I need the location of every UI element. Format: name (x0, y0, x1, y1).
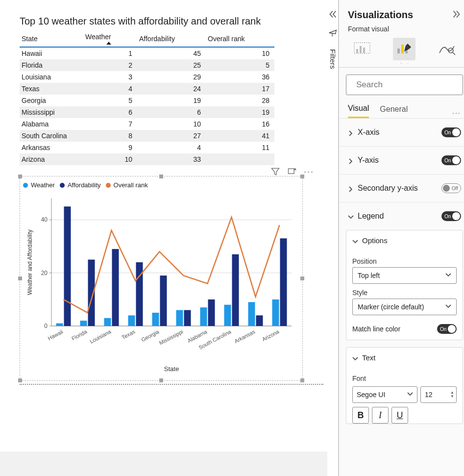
bar[interactable] (136, 262, 143, 326)
bookmark-icon[interactable] (327, 27, 338, 38)
bar[interactable] (152, 313, 159, 326)
legend-swatch (60, 183, 65, 188)
resize-handle-bl[interactable] (18, 378, 22, 382)
card-y-axis[interactable]: Y-axis On (339, 146, 464, 174)
data-table[interactable]: State Weather Affordability Overall rank… (20, 31, 274, 165)
combo-chart[interactable]: 02040HawaiiFloridaLouisianaTexasGeorgiaM… (22, 189, 299, 375)
filters-label[interactable]: Filters (329, 46, 337, 69)
tab-general[interactable]: General (380, 105, 408, 118)
card-secondary-y-axis[interactable]: Secondary y-axis Off (339, 174, 464, 202)
table-row[interactable]: Georgia51928 (20, 95, 274, 106)
bar[interactable] (128, 315, 135, 326)
table-row[interactable]: Arkansas9411 (20, 142, 274, 153)
sort-ascending-icon (106, 42, 111, 45)
table-row[interactable]: Mississippi6619 (20, 106, 274, 118)
cell-affordability: 27 (137, 130, 206, 142)
resize-handle-mr[interactable] (300, 276, 304, 280)
bold-button[interactable]: B (352, 407, 369, 424)
match-line-color-toggle[interactable]: On (437, 324, 457, 334)
table-row[interactable]: Arizona1033 (20, 153, 274, 165)
font-size-stepper[interactable]: ▲ ▼ (450, 391, 454, 399)
col-header-weather[interactable]: Weather (83, 31, 137, 47)
cell-weather: 7 (83, 118, 137, 130)
legend-item-label[interactable]: Weather (31, 181, 55, 189)
bar[interactable] (256, 315, 263, 326)
visual-actions: ··· (270, 167, 314, 176)
col-header-state[interactable]: State (20, 31, 83, 47)
bar[interactable] (248, 302, 255, 326)
options-header[interactable]: Options (346, 230, 463, 251)
svg-text:Georgia: Georgia (140, 328, 160, 343)
cell-state: Alabama (20, 118, 83, 130)
mode-build-visual[interactable] (351, 38, 373, 60)
legend-item-label[interactable]: Affordability (68, 181, 101, 189)
resize-handle-mb[interactable] (159, 378, 163, 382)
text-header[interactable]: Text (346, 348, 463, 368)
table-row[interactable]: Louisiana32936 (20, 71, 274, 83)
legend-toggle[interactable]: On (441, 211, 461, 221)
xaxis-toggle[interactable]: On (441, 127, 461, 137)
style-select[interactable]: Marker (circle default) (352, 299, 457, 315)
bar[interactable] (112, 249, 119, 326)
expand-double-chevron-icon[interactable] (451, 9, 462, 21)
bar[interactable] (224, 305, 231, 326)
bar[interactable] (200, 307, 207, 326)
font-family-select[interactable]: Segoe UI (352, 386, 417, 403)
bar[interactable] (280, 238, 287, 326)
underline-button[interactable]: U (391, 407, 408, 424)
legend-item-label[interactable]: Overall rank (114, 181, 148, 189)
chart-visual[interactable]: WeatherAffordabilityOverall rank 02040Ha… (20, 176, 303, 381)
format-modes (339, 33, 464, 60)
table-row[interactable]: South Carolina82741 (20, 130, 274, 142)
card-legend[interactable]: Legend On (339, 202, 464, 230)
focus-mode-icon[interactable] (287, 167, 297, 176)
yaxis-toggle[interactable]: On (441, 155, 461, 165)
bar[interactable] (104, 318, 111, 326)
mode-analytics[interactable] (436, 38, 458, 60)
table-row[interactable]: Florida2255 (20, 59, 274, 71)
chevron-right-icon (348, 157, 354, 163)
more-options-icon[interactable]: ··· (304, 167, 314, 176)
col-header-affordability[interactable]: Affordability (137, 31, 206, 47)
position-select[interactable]: Top left (352, 267, 457, 284)
resize-handle-tl[interactable] (18, 175, 22, 178)
line-series[interactable] (64, 217, 280, 313)
bar[interactable] (232, 254, 239, 326)
card-x-axis[interactable]: X-axis On (339, 119, 464, 146)
collapse-double-chevron-icon[interactable] (327, 9, 338, 20)
resize-handle-tr[interactable] (300, 175, 304, 178)
search-input[interactable] (355, 79, 461, 90)
table-row[interactable]: Texas42417 (20, 83, 274, 95)
tab-visual[interactable]: Visual (348, 104, 369, 118)
secondary-yaxis-toggle[interactable]: Off (441, 183, 461, 193)
filters-rail[interactable]: Filters (327, 0, 339, 476)
cell-weather: 2 (83, 59, 137, 71)
resize-handle-mt[interactable] (159, 175, 163, 178)
cell-overall: 41 (206, 130, 274, 142)
italic-button[interactable]: I (372, 407, 389, 424)
bar[interactable] (272, 300, 279, 326)
legend-swatch (106, 183, 111, 188)
table-row[interactable]: Hawaii14510 (20, 47, 274, 59)
bar[interactable] (64, 206, 71, 326)
chevron-right-icon (348, 185, 354, 191)
report-canvas[interactable]: Top 10 weather states with affordability… (0, 0, 327, 476)
bar[interactable] (184, 310, 191, 326)
bar[interactable] (56, 324, 63, 326)
tabs-more-icon[interactable]: ... (452, 107, 461, 115)
format-search[interactable] (346, 75, 463, 95)
bar[interactable] (208, 300, 215, 326)
bar[interactable] (176, 310, 183, 326)
step-down-icon[interactable]: ▼ (450, 395, 454, 399)
filter-icon[interactable] (270, 167, 280, 176)
mode-format-visual[interactable] (393, 38, 415, 60)
cell-state: Mississippi (20, 106, 83, 118)
resize-handle-br[interactable] (300, 378, 304, 382)
bar[interactable] (160, 276, 167, 326)
resize-handle-ml[interactable] (18, 276, 22, 280)
col-header-overall[interactable]: Overall rank (206, 31, 274, 47)
table-row[interactable]: Alabama71016 (20, 118, 274, 130)
bar[interactable] (80, 321, 87, 326)
format-cards[interactable]: X-axis On Y-axis On Secondar (339, 119, 464, 476)
font-size-input[interactable]: 12 ▲ ▼ (420, 386, 457, 403)
